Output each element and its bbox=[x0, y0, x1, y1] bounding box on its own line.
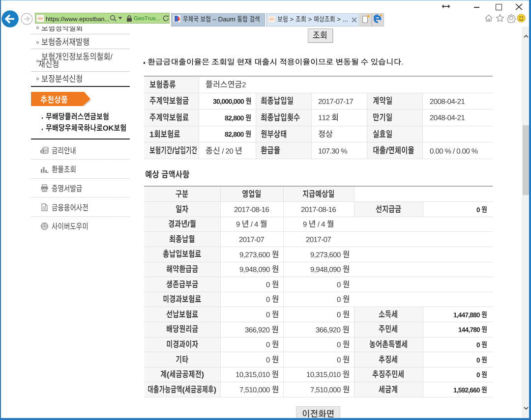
svg-text:$: $ bbox=[41, 150, 43, 153]
